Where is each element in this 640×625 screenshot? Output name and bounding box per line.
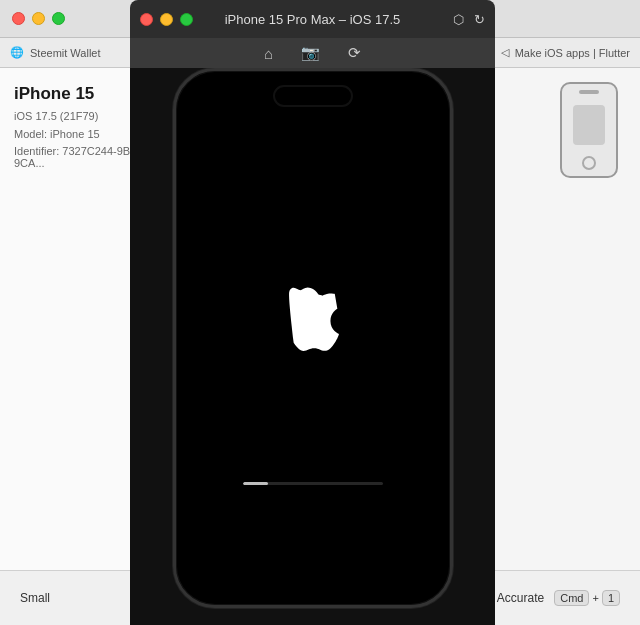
sim-top-icons: ⬡ ↻ (453, 12, 485, 27)
sim-home-icon[interactable]: ⌂ (264, 45, 273, 62)
close-button[interactable] (12, 12, 25, 25)
window-controls (12, 12, 65, 25)
device-screen-thumb (573, 105, 605, 145)
phone-body (130, 68, 495, 625)
simulator-title-text: iPhone 15 Pro Max – iOS 17.5 (225, 12, 401, 27)
arrow-left-icon: ◁ (501, 46, 509, 59)
maximize-button[interactable] (52, 12, 65, 25)
simulator-title-bar: iPhone 15 Pro Max – iOS 17.5 ⬡ ↻ (130, 0, 495, 38)
sim-screenshot-icon[interactable]: 📷 (301, 44, 320, 62)
toolbar-right-label[interactable]: Make iOS apps | Flutter (515, 47, 630, 59)
sim-minimize-button[interactable] (160, 13, 173, 26)
device-icon-area (560, 82, 620, 182)
phone-vol-down-button (173, 251, 174, 301)
boot-progress-bar-container (243, 482, 383, 485)
minimize-button[interactable] (32, 12, 45, 25)
phone-power-button (452, 201, 453, 271)
sim-close-button[interactable] (140, 13, 153, 26)
globe-icon: 🌐 (10, 46, 24, 59)
plus-sign-1: + (592, 592, 598, 604)
simulator-toolbar: ⌂ 📷 ⟳ (130, 38, 495, 68)
num-key-1: 1 (602, 590, 620, 606)
kbd-combo-1: Cmd + 1 (554, 590, 620, 606)
phone-frame (173, 68, 453, 608)
cmd-key-1: Cmd (554, 590, 589, 606)
airplay-icon[interactable]: ⬡ (453, 12, 464, 27)
device-home-button-icon (582, 156, 596, 170)
dynamic-island (273, 85, 353, 107)
toolbar-right: ◁ Make iOS apps | Flutter (501, 46, 630, 59)
sim-window-controls (140, 13, 193, 26)
toolbar-left: 🌐 Steemit Wallet (10, 46, 101, 59)
device-thumbnail (560, 82, 618, 178)
refresh-icon[interactable]: ↻ (474, 12, 485, 27)
sim-maximize-button[interactable] (180, 13, 193, 26)
size-label-small[interactable]: Small (20, 591, 50, 605)
boot-progress-bar-fill (243, 482, 268, 485)
apple-boot-logo (287, 287, 339, 359)
device-speaker-icon (579, 90, 599, 94)
simulator-window: iPhone 15 Pro Max – iOS 17.5 ⬡ ↻ ⌂ 📷 ⟳ (130, 0, 495, 625)
toolbar-left-label[interactable]: Steemit Wallet (30, 47, 101, 59)
phone-vol-up-button (173, 191, 174, 241)
sim-rotate-icon[interactable]: ⟳ (348, 44, 361, 62)
phone-silent-switch (173, 151, 174, 181)
